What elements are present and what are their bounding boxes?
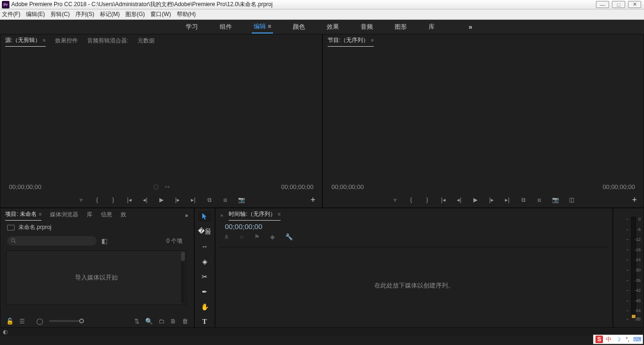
ime-punct-icon[interactable]: °, xyxy=(624,336,631,343)
project-filter-bin-icon[interactable]: ◧ xyxy=(101,237,107,245)
ime-lang-icon[interactable]: 中 xyxy=(605,336,612,343)
program-mark-in-icon[interactable]: { xyxy=(407,197,415,203)
source-export-frame-icon[interactable]: 📷 xyxy=(238,197,245,203)
audio-meter[interactable]: 0 -6 -12 -18 -24 -30 -36 -42 -48 -54 dB xyxy=(628,217,641,319)
source-add-marker-icon[interactable]: ▿ xyxy=(77,197,85,203)
source-go-to-in-icon[interactable]: |◂ xyxy=(125,197,133,203)
menu-window[interactable]: 窗口(W) xyxy=(150,10,171,18)
project-scrollbar-thumb[interactable] xyxy=(181,252,185,261)
program-step-back-icon[interactable]: ◂| xyxy=(455,197,463,203)
source-timecode-right[interactable]: 00;00;00;00 xyxy=(281,183,314,190)
menu-marker[interactable]: 标记(M) xyxy=(100,10,120,18)
menu-sequence[interactable]: 序列(S) xyxy=(75,10,94,18)
source-overwrite-icon[interactable]: ⧇ xyxy=(222,197,229,203)
program-play-icon[interactable]: ▶ xyxy=(471,197,479,203)
menu-graphics[interactable]: 图形(G) xyxy=(125,10,145,18)
workspace-color[interactable]: 颜色 xyxy=(291,21,307,33)
program-mark-out-icon[interactable]: } xyxy=(423,197,431,203)
project-drop-area[interactable]: 导入媒体以开始 xyxy=(6,250,186,305)
timeline-snap-icon[interactable]: ⋔ xyxy=(224,233,229,240)
program-add-marker-icon[interactable]: ▿ xyxy=(391,197,399,203)
menu-file[interactable]: 文件(F) xyxy=(2,10,20,18)
tab-info[interactable]: 信息 xyxy=(101,211,112,221)
track-select-tool[interactable]: �움 xyxy=(198,226,211,237)
project-zoom-slider[interactable] xyxy=(49,320,82,322)
type-tool[interactable]: T xyxy=(198,317,211,327)
source-step-back-icon[interactable]: ◂| xyxy=(141,197,149,203)
workspace-editing-menu-icon[interactable]: ≡ xyxy=(268,23,271,30)
project-new-item-icon[interactable]: 🗎 xyxy=(170,318,176,325)
source-insert-icon[interactable]: ⧉ xyxy=(206,197,213,203)
razor-tool[interactable]: ✂ xyxy=(198,271,211,282)
ime-logo-icon[interactable]: S xyxy=(595,336,603,343)
tab-project-menu-icon[interactable]: ≡ xyxy=(38,212,42,217)
menu-edit[interactable]: 编辑(E) xyxy=(26,10,45,18)
tab-project[interactable]: 项目: 未命名 ≡ xyxy=(5,210,41,221)
workspace-graphics[interactable]: 图形 xyxy=(393,21,409,33)
program-lift-icon[interactable]: ⧉ xyxy=(520,197,527,203)
source-step-fwd-icon[interactable]: |▸ xyxy=(173,197,181,203)
timeline-drop-area[interactable]: 在此处放下媒体以创建序列。 xyxy=(219,247,609,323)
workspace-editing[interactable]: 编辑≡ xyxy=(252,20,273,33)
program-timecode-right[interactable]: 00;00;00;00 xyxy=(603,183,635,190)
menu-help[interactable]: 帮助(H) xyxy=(177,10,196,18)
project-search-input[interactable] xyxy=(7,236,97,246)
tab-program-menu-icon[interactable]: ≡ xyxy=(370,38,374,43)
program-button-editor-icon[interactable]: + xyxy=(632,195,637,205)
workspace-audio[interactable]: 音频 xyxy=(359,21,375,33)
hand-tool[interactable]: ✋ xyxy=(198,302,211,312)
tab-effect-controls[interactable]: 效果控件 xyxy=(55,37,78,47)
timeline-wrench-icon[interactable]: 🔧 xyxy=(285,233,293,240)
project-freeform-view-icon[interactable]: ◯ xyxy=(36,318,43,325)
project-tabs-more-button[interactable]: » xyxy=(185,212,188,219)
program-go-to-in-icon[interactable]: |◂ xyxy=(439,197,447,203)
tab-program[interactable]: 节目:（无序列） ≡ xyxy=(328,36,374,47)
program-go-to-out-icon[interactable]: ▸| xyxy=(504,197,511,203)
minimize-button[interactable]: — xyxy=(596,1,609,8)
source-mark-out-icon[interactable]: } xyxy=(109,197,117,203)
ripple-edit-tool[interactable]: ↔ xyxy=(198,241,211,252)
rate-stretch-tool[interactable]: ◈ xyxy=(198,256,211,267)
ime-keyboard-icon[interactable]: ⌨ xyxy=(633,336,641,343)
timeline-timecode[interactable]: 00;00;00;00 xyxy=(215,221,612,230)
source-go-to-out-icon[interactable]: ▸| xyxy=(190,197,197,203)
ime-moon-icon[interactable]: ☽ xyxy=(614,336,622,343)
program-step-fwd-icon[interactable]: |▸ xyxy=(487,197,495,203)
workspace-library[interactable]: 库 xyxy=(427,21,437,33)
source-timecode-left[interactable]: 00;00;00;00 xyxy=(9,183,41,190)
selection-tool[interactable] xyxy=(198,211,211,222)
tab-source[interactable]: 源:（无剪辑） ≡ xyxy=(5,36,46,47)
source-button-editor-icon[interactable]: + xyxy=(310,195,315,205)
workspace-assembly[interactable]: 组件 xyxy=(218,21,234,33)
tab-effects-short[interactable]: 效 xyxy=(121,211,126,221)
tab-audio-clip-mixer[interactable]: 音频剪辑混合器: xyxy=(87,37,128,47)
workspace-learn[interactable]: 学习 xyxy=(184,21,200,33)
timeline-marker-icon[interactable]: ⚑ xyxy=(254,233,260,240)
tab-source-menu-icon[interactable]: ≡ xyxy=(41,38,46,43)
project-new-bin-icon[interactable]: 🗀 xyxy=(158,318,165,325)
project-sort-icon[interactable]: ⇅ xyxy=(134,318,140,325)
project-writable-icon[interactable]: 🔓 xyxy=(6,318,14,325)
project-list-view-icon[interactable]: ☰ xyxy=(19,318,25,325)
program-export-frame-icon[interactable]: 📷 xyxy=(552,197,559,203)
source-play-icon[interactable]: ▶ xyxy=(157,197,165,203)
timeline-settings-marker-icon[interactable]: ◆ xyxy=(270,233,275,240)
tab-libraries[interactable]: 库 xyxy=(87,211,92,221)
source-mark-in-icon[interactable]: { xyxy=(93,197,101,203)
project-delete-icon[interactable]: 🗑 xyxy=(182,318,188,325)
tab-timeline[interactable]: 时间轴:（无序列） ≡ xyxy=(229,210,281,221)
pen-tool[interactable]: ✒ xyxy=(198,287,211,297)
tab-metadata[interactable]: 元数据 xyxy=(138,37,155,47)
workspace-more-button[interactable]: » xyxy=(469,23,472,31)
maximize-button[interactable]: □ xyxy=(612,1,625,8)
project-find-icon[interactable]: 🔍 xyxy=(145,318,153,325)
close-button[interactable]: ✕ xyxy=(628,1,641,8)
source-fit-icon[interactable]: ▢ xyxy=(153,183,158,190)
cc-status-icon[interactable]: ◐ xyxy=(3,329,8,335)
timeline-link-icon[interactable]: ∩ xyxy=(239,233,244,240)
tab-timeline-menu-icon[interactable]: ≡ xyxy=(277,212,281,217)
source-resolution-icon[interactable]: ↦ xyxy=(165,183,170,190)
workspace-effects[interactable]: 效果 xyxy=(325,21,341,33)
tab-media-browser[interactable]: 媒体浏览器 xyxy=(50,211,78,221)
program-timecode-left[interactable]: 00;00;00;00 xyxy=(331,183,364,190)
